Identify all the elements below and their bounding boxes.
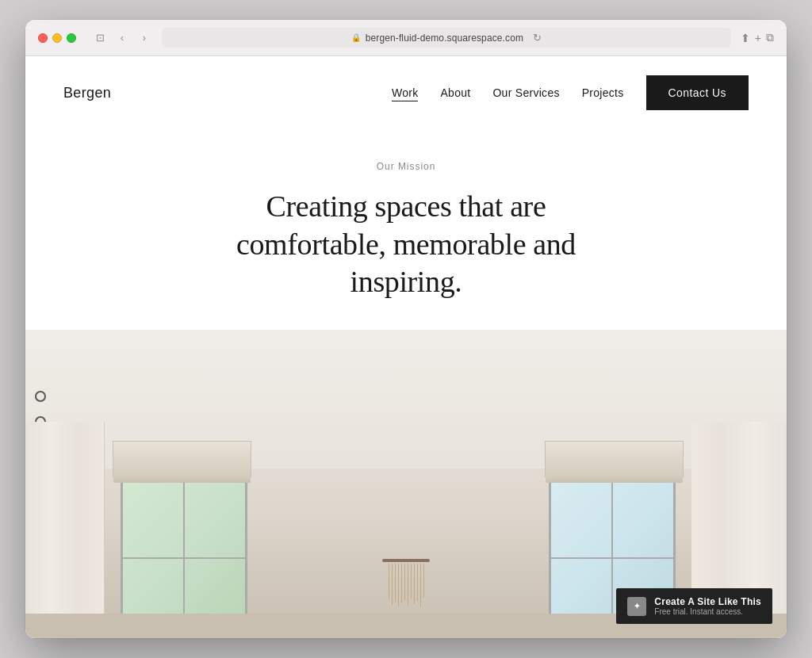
browser-controls: ⊡ ‹ › <box>92 30 152 46</box>
badge-title: Create A Site Like This <box>654 596 761 607</box>
curtain-left <box>25 330 128 639</box>
hanging-string <box>423 564 424 598</box>
add-tab-button[interactable]: + <box>755 32 761 44</box>
nav-link-work[interactable]: Work <box>392 86 419 99</box>
hanging-strings <box>374 564 438 607</box>
nav-links: Work About Our Services Projects Contact… <box>392 75 749 110</box>
hanging-string <box>395 564 396 602</box>
roman-shade-right <box>545 441 684 478</box>
hanging-string <box>417 564 418 601</box>
roman-shade-left <box>113 441 251 478</box>
browser-actions: ⬆ + ⧉ <box>741 31 774 44</box>
maximize-button[interactable] <box>67 33 76 43</box>
squarespace-logo-icon: ✦ <box>627 597 646 616</box>
browser-window: ⊡ ‹ › 🔒 bergen-fluid-demo.squarespace.co… <box>25 20 787 638</box>
lock-icon: 🔒 <box>351 33 361 42</box>
hanging-rod <box>382 559 430 562</box>
hanging-string <box>401 564 402 603</box>
hanging-string <box>398 564 399 606</box>
site-navigation: Bergen Work About Our Services Projects … <box>25 56 787 129</box>
headline-line-3: inspiring. <box>350 265 462 298</box>
close-button[interactable] <box>38 33 48 43</box>
curtain-ring <box>35 391 46 402</box>
url-text: bergen-fluid-demo.squarespace.com <box>366 33 523 44</box>
traffic-lights <box>38 33 76 43</box>
squarespace-badge[interactable]: ✦ Create A Site Like This Free trial. In… <box>616 588 772 624</box>
browser-content: Bergen Work About Our Services Projects … <box>25 56 787 638</box>
hanging-string <box>408 564 408 606</box>
nav-link-projects[interactable]: Projects <box>582 86 624 99</box>
headline-line-1: Creating spaces that are <box>266 189 546 223</box>
badge-subtitle: Free trial. Instant access. <box>654 607 761 616</box>
nav-link-about[interactable]: About <box>440 86 470 99</box>
wall-hanging <box>374 559 438 607</box>
minimize-button[interactable] <box>52 33 62 43</box>
hanging-string <box>392 564 393 605</box>
tab-grid-button[interactable]: ⧉ <box>766 31 774 44</box>
squarespace-badge-text: Create A Site Like This Free trial. Inst… <box>654 596 761 616</box>
hanging-string <box>414 564 415 604</box>
hanging-string <box>404 564 405 600</box>
nav-link-our-services[interactable]: Our Services <box>492 86 559 99</box>
hero-section: Our Mission Creating spaces that are com… <box>25 129 787 330</box>
site-logo[interactable]: Bergen <box>63 85 111 101</box>
address-bar[interactable]: 🔒 bergen-fluid-demo.squarespace.com ↻ <box>162 28 731 48</box>
hero-headline: Creating spaces that are comfortable, me… <box>200 188 612 301</box>
contact-us-button[interactable]: Contact Us <box>646 75 749 110</box>
forward-button[interactable]: › <box>136 30 152 46</box>
room-image-section: ✦ Create A Site Like This Free trial. In… <box>25 330 787 639</box>
tab-icon[interactable]: ⊡ <box>92 30 108 46</box>
share-button[interactable]: ⬆ <box>741 32 750 44</box>
back-button[interactable]: ‹ <box>114 30 130 46</box>
reload-button[interactable]: ↻ <box>533 32 542 44</box>
hanging-string <box>389 564 389 599</box>
curtain-fabric-left <box>25 422 105 638</box>
headline-line-2: comfortable, memorable and <box>236 228 576 261</box>
browser-chrome: ⊡ ‹ › 🔒 bergen-fluid-demo.squarespace.co… <box>25 20 787 56</box>
hanging-string <box>420 564 421 607</box>
hanging-string <box>411 564 412 599</box>
room-image: ✦ Create A Site Like This Free trial. In… <box>25 330 787 639</box>
mission-label: Our Mission <box>63 161 749 172</box>
